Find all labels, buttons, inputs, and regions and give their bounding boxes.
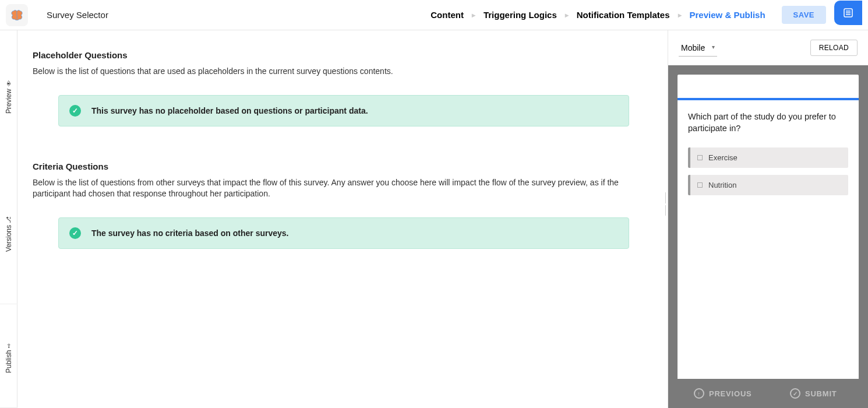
check-circle-icon: ✓ bbox=[69, 105, 81, 117]
rail-tab-label: Publish bbox=[5, 350, 13, 373]
submit-label: SUBMIT bbox=[805, 389, 837, 398]
rail-tab-publish[interactable]: Publish ⇪ bbox=[0, 309, 17, 408]
phone-body: Which part of the study do you prefer to… bbox=[678, 100, 859, 379]
chevron-right-icon: ▸ bbox=[466, 11, 481, 19]
checkbox-icon bbox=[697, 155, 703, 160]
placeholder-alert-text: This survey has no placeholder based on … bbox=[91, 106, 368, 115]
app-logo[interactable] bbox=[6, 4, 28, 26]
list-icon bbox=[842, 7, 854, 19]
rail-tab-versions[interactable]: Versions ⎇ bbox=[0, 164, 17, 304]
survey-option[interactable]: Nutrition bbox=[688, 175, 848, 195]
criteria-section-desc: Below is the list of questions from othe… bbox=[33, 177, 638, 200]
chevron-right-icon: ▸ bbox=[672, 11, 687, 19]
rail-tab-label: Versions bbox=[5, 225, 13, 252]
check-circle-icon: ✓ bbox=[69, 227, 81, 239]
preview-toolbar: Mobile RELOAD bbox=[668, 30, 868, 65]
checkbox-icon bbox=[697, 182, 703, 188]
arrow-up-circle-icon: ↑ bbox=[694, 388, 704, 399]
nav-step-notification[interactable]: Notification Templates bbox=[574, 10, 672, 20]
reload-button[interactable]: RELOAD bbox=[810, 40, 858, 56]
nav-step-preview-publish[interactable]: Preview & Publish bbox=[687, 10, 768, 20]
wizard-nav: Content ▸ Triggering Logics ▸ Notificati… bbox=[428, 10, 767, 20]
rail-tab-preview[interactable]: Preview 👁 bbox=[0, 30, 17, 164]
submit-button[interactable]: ✓ SUBMIT bbox=[768, 388, 859, 399]
left-rail: Preview 👁 Versions ⎇ Publish ⇪ bbox=[0, 30, 17, 408]
previous-label: PREVIOUS bbox=[709, 389, 752, 398]
resize-handle[interactable] bbox=[663, 192, 668, 216]
sidebar-toggle-button[interactable] bbox=[834, 1, 862, 25]
phone-footer: ↑ PREVIOUS ✓ SUBMIT bbox=[678, 379, 859, 408]
previous-button[interactable]: ↑ PREVIOUS bbox=[678, 388, 768, 399]
top-header: Survey Selector Content ▸ Triggering Log… bbox=[0, 0, 868, 30]
survey-option[interactable]: Exercise bbox=[688, 147, 848, 168]
main-content: Placeholder Questions Below is the list … bbox=[17, 30, 668, 408]
check-circle-icon: ✓ bbox=[790, 388, 800, 399]
chevron-right-icon: ▸ bbox=[559, 11, 574, 19]
option-label: Exercise bbox=[708, 153, 738, 162]
nav-step-triggering[interactable]: Triggering Logics bbox=[481, 10, 559, 20]
criteria-alert: ✓ The survey has no criteria based on ot… bbox=[58, 217, 629, 249]
survey-question: Which part of the study do you prefer to… bbox=[688, 111, 848, 135]
preview-panel: Mobile RELOAD Which part of the study do… bbox=[668, 30, 868, 408]
option-label: Nutrition bbox=[708, 181, 736, 189]
brain-icon bbox=[10, 9, 24, 21]
rail-tab-label: Preview bbox=[5, 89, 13, 114]
placeholder-alert: ✓ This survey has no placeholder based o… bbox=[58, 95, 629, 126]
save-button[interactable]: SAVE bbox=[782, 6, 826, 24]
criteria-alert-text: The survey has no criteria based on othe… bbox=[91, 228, 288, 238]
placeholder-section-desc: Below is the list of questions that are … bbox=[33, 66, 638, 78]
device-select[interactable]: Mobile bbox=[679, 40, 717, 57]
device-frame: Which part of the study do you prefer to… bbox=[668, 65, 868, 408]
upload-icon: ⇪ bbox=[6, 342, 11, 349]
phone-header-bar bbox=[678, 75, 859, 100]
criteria-section-title: Criteria Questions bbox=[33, 161, 652, 171]
placeholder-section-title: Placeholder Questions bbox=[33, 50, 652, 60]
branch-icon: ⎇ bbox=[6, 216, 12, 223]
nav-step-content[interactable]: Content bbox=[428, 10, 466, 20]
survey-title: Survey Selector bbox=[47, 10, 108, 20]
eye-icon: 👁 bbox=[6, 80, 12, 87]
